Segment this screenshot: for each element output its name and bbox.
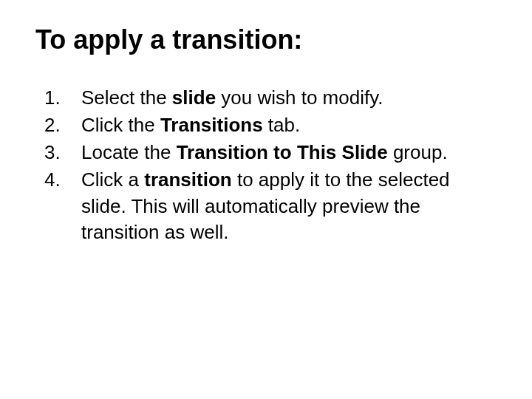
step-text: Click a [81,168,144,191]
list-item: Locate the Transition to This Slide grou… [35,140,497,166]
step-bold: slide [172,86,216,109]
step-text: group. [388,141,448,163]
page-title: To apply a transition: [35,24,497,55]
step-bold: Transition to This Slide [177,141,388,163]
step-text: you wish to modify. [216,86,383,109]
step-bold: Transitions [160,114,263,136]
list-item: Click the Transitions tab. [35,112,497,138]
step-text: Select the [81,86,172,109]
step-text: tab. [263,114,301,136]
steps-list: Select the slide you wish to modify. Cli… [35,85,497,245]
step-bold: transition [144,168,231,191]
step-text: Click the [81,114,160,136]
list-item: Click a transition to apply it to the se… [35,167,497,245]
step-text: Locate the [81,141,177,163]
list-item: Select the slide you wish to modify. [35,85,497,111]
